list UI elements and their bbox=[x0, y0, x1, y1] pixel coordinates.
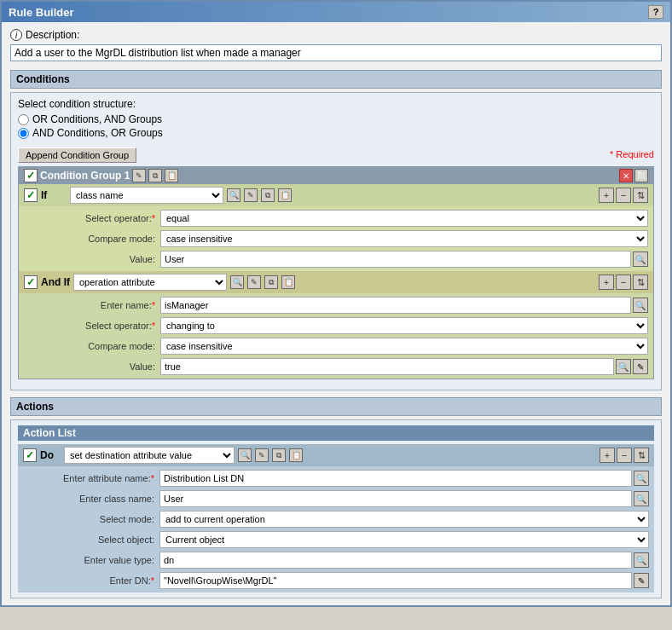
action1-dn-input[interactable] bbox=[159, 572, 632, 589]
action1-mode-label: Select mode: bbox=[57, 514, 159, 524]
cond1-compare-row: Compare mode: case insensitive bbox=[24, 228, 648, 249]
action1-copy-icon[interactable]: ⧉ bbox=[272, 448, 286, 462]
title-bar: Rule Builder ? bbox=[2, 2, 670, 22]
action1-object-select[interactable]: Current object bbox=[159, 531, 649, 548]
cond2-operator-label: Select operator: bbox=[58, 321, 160, 331]
condition-group-header: ✓ Condition Group 1 ✎ ⧉ 📋 ✕ ⬜ bbox=[19, 167, 653, 184]
action1-remove-btn[interactable]: − bbox=[617, 448, 632, 463]
action1-right-btns: + − ⇅ bbox=[600, 448, 649, 463]
cond1-operator-row: Select operator: equal bbox=[24, 208, 648, 228]
cond2-value-label: Value: bbox=[58, 361, 160, 372]
action1-dn-edit-btn[interactable]: ✎ bbox=[634, 573, 649, 588]
cond2-value-search-btn[interactable]: 🔍 bbox=[616, 359, 631, 374]
cond2-search-icon[interactable]: 🔍 bbox=[230, 275, 244, 289]
cond2-paste-icon[interactable]: 📋 bbox=[281, 275, 295, 289]
cg-delete-icon[interactable]: ✕ bbox=[619, 169, 633, 182]
cond1-right-btns: + − ⇅ bbox=[599, 188, 648, 203]
radio-and-or: AND Conditions, OR Groups bbox=[18, 127, 654, 139]
cond2-value-edit-btn[interactable]: ✎ bbox=[633, 359, 648, 374]
action1-value-type-search-btn[interactable]: 🔍 bbox=[634, 552, 649, 568]
action1-paste-icon[interactable]: 📋 bbox=[289, 448, 303, 462]
help-button[interactable]: ? bbox=[648, 5, 663, 19]
action1-attr-search-btn[interactable]: 🔍 bbox=[634, 471, 649, 486]
cond2-details: Enter name: 🔍 Select operator: changing … bbox=[19, 293, 653, 379]
cond1-search-icon[interactable]: 🔍 bbox=[227, 188, 240, 202]
action1-mode-select[interactable]: add to current operation bbox=[159, 511, 649, 528]
window-title: Rule Builder bbox=[9, 6, 74, 19]
cond1-field-select[interactable]: class name bbox=[70, 187, 223, 204]
condition-group-1: ✓ Condition Group 1 ✎ ⧉ 📋 ✕ ⬜ bbox=[18, 166, 654, 379]
cg-expand-icon[interactable]: ⬜ bbox=[634, 169, 648, 182]
cond1-compare-select[interactable]: case insensitive bbox=[160, 230, 648, 247]
conditions-section: Conditions Select condition structure: O… bbox=[10, 70, 662, 390]
action1-value-type-input[interactable] bbox=[159, 552, 632, 569]
cond1-edit-icon[interactable]: ✎ bbox=[244, 188, 258, 202]
action1-object-label: Select object: bbox=[57, 535, 159, 545]
condition-2-row: ✓ And If operation attribute 🔍 ✎ ⧉ 📋 + −… bbox=[19, 271, 653, 293]
cond1-operator-select[interactable]: equal bbox=[160, 210, 648, 227]
cond1-add-btn[interactable]: + bbox=[599, 188, 614, 203]
cond2-edit-icon[interactable]: ✎ bbox=[247, 275, 261, 289]
cond2-move-btn[interactable]: ⇅ bbox=[633, 275, 648, 290]
cond2-value-row: Value: 🔍 ✎ bbox=[24, 356, 648, 377]
cond2-field-select[interactable]: operation attribute bbox=[73, 274, 227, 291]
cond1-checkbox[interactable]: ✓ bbox=[24, 188, 38, 202]
cg-checkbox[interactable]: ✓ bbox=[24, 169, 38, 182]
cond2-operator-select[interactable]: changing to bbox=[160, 317, 648, 334]
action1-value-type-label: Enter value type: bbox=[57, 555, 159, 565]
cond1-remove-btn[interactable]: − bbox=[616, 188, 631, 203]
action1-checkbox[interactable]: ✓ bbox=[23, 448, 37, 462]
cond2-compare-label: Compare mode: bbox=[58, 341, 160, 351]
cond2-name-search-btn[interactable]: 🔍 bbox=[633, 298, 648, 313]
cond1-copy-icon[interactable]: ⧉ bbox=[261, 188, 275, 202]
cond1-value-row: Value: 🔍 bbox=[24, 249, 648, 269]
action1-value-type-row: Enter value type: 🔍 bbox=[23, 550, 649, 570]
action1-add-btn[interactable]: + bbox=[600, 448, 615, 463]
cond2-remove-btn[interactable]: − bbox=[616, 275, 631, 290]
cg-header-left: ✓ Condition Group 1 ✎ ⧉ 📋 bbox=[24, 169, 178, 182]
cg-edit-icon[interactable]: ✎ bbox=[132, 169, 146, 182]
action1-action-select[interactable]: set destination attribute value bbox=[64, 447, 235, 464]
cond1-value-search-btn[interactable]: 🔍 bbox=[633, 251, 648, 267]
action1-search-icon[interactable]: 🔍 bbox=[238, 448, 252, 462]
cg-copy-icon[interactable]: ⧉ bbox=[148, 169, 162, 182]
radio-and-or-input[interactable] bbox=[18, 128, 29, 139]
cond2-name-row: Enter name: 🔍 bbox=[24, 295, 648, 315]
action1-class-search-btn[interactable]: 🔍 bbox=[634, 491, 649, 506]
cond2-compare-select[interactable]: case insensitive bbox=[160, 338, 648, 355]
cond1-value-input[interactable] bbox=[160, 251, 631, 268]
action1-details: Enter attribute name: 🔍 Enter class name… bbox=[18, 466, 654, 592]
radio-or-and-label: OR Conditions, AND Groups bbox=[32, 113, 162, 125]
action1-dn-label: Enter DN: bbox=[57, 575, 159, 586]
cond2-add-btn[interactable]: + bbox=[599, 275, 614, 290]
append-condition-button[interactable]: Append Condition Group bbox=[18, 147, 136, 163]
cond2-compare-row: Compare mode: case insensitive bbox=[24, 336, 648, 356]
action1-attr-name-input[interactable] bbox=[159, 470, 632, 487]
condition-1-row: ✓ If class name 🔍 ✎ ⧉ 📋 + − ⇅ bbox=[19, 184, 653, 206]
cond2-checkbox[interactable]: ✓ bbox=[24, 275, 38, 289]
cond1-move-btn[interactable]: ⇅ bbox=[633, 188, 648, 203]
radio-or-and: OR Conditions, AND Groups bbox=[18, 113, 654, 125]
conditions-header: Conditions bbox=[10, 70, 662, 89]
radio-group: OR Conditions, AND Groups AND Conditions… bbox=[18, 113, 654, 139]
cond1-paste-icon[interactable]: 📋 bbox=[278, 188, 292, 202]
cg-header-right: ✕ ⬜ bbox=[619, 169, 648, 182]
description-input[interactable] bbox=[10, 44, 662, 61]
actions-body: Action List ✓ Do set destination attribu… bbox=[10, 419, 662, 598]
cond1-compare-label: Compare mode: bbox=[58, 234, 160, 244]
action1-edit-icon[interactable]: ✎ bbox=[255, 448, 269, 462]
description-section: i Description: bbox=[10, 29, 662, 61]
cg-paste-icon[interactable]: 📋 bbox=[165, 169, 178, 182]
actions-section: Actions Action List ✓ Do set destination… bbox=[10, 397, 662, 598]
cond2-name-input[interactable] bbox=[160, 297, 631, 314]
radio-or-and-input[interactable] bbox=[18, 114, 29, 125]
cond1-details: Select operator: equal Compare mode: cas… bbox=[19, 206, 653, 271]
action1-move-btn[interactable]: ⇅ bbox=[634, 448, 649, 463]
cond2-copy-icon[interactable]: ⧉ bbox=[264, 275, 278, 289]
cond2-value-input[interactable] bbox=[160, 358, 614, 375]
action1-attr-name-row: Enter attribute name: 🔍 bbox=[23, 468, 649, 488]
action1-class-name-input[interactable] bbox=[159, 490, 632, 507]
cond1-value-label: Value: bbox=[58, 254, 160, 264]
action1-attr-name-label: Enter attribute name: bbox=[57, 473, 159, 483]
description-label-text: Description: bbox=[26, 29, 79, 41]
